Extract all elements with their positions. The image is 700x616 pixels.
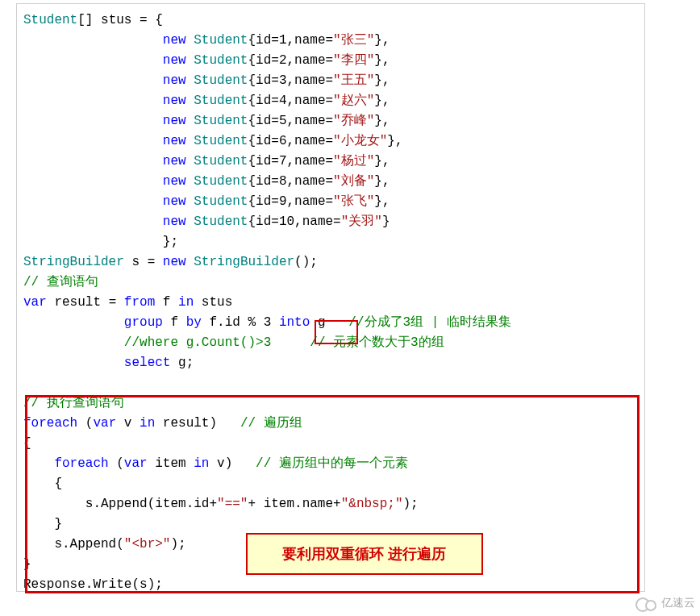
cloud-icon [635, 595, 656, 611]
type-student: Student [23, 13, 77, 27]
watermark: 亿速云 [635, 595, 695, 611]
watermark-text: 亿速云 [661, 596, 695, 610]
comment-exec: // 执行查询语句 [23, 396, 124, 410]
source-code: Student[] stus = { new Student{id=1,name… [23, 10, 638, 595]
comment-query: // 查询语句 [23, 275, 98, 289]
code-block: Student[] stus = { new Student{id=1,name… [16, 3, 645, 592]
callout-text: 要利用双重循环 进行遍历 [282, 544, 446, 564]
callout-annotation: 要利用双重循环 进行遍历 [246, 533, 483, 575]
